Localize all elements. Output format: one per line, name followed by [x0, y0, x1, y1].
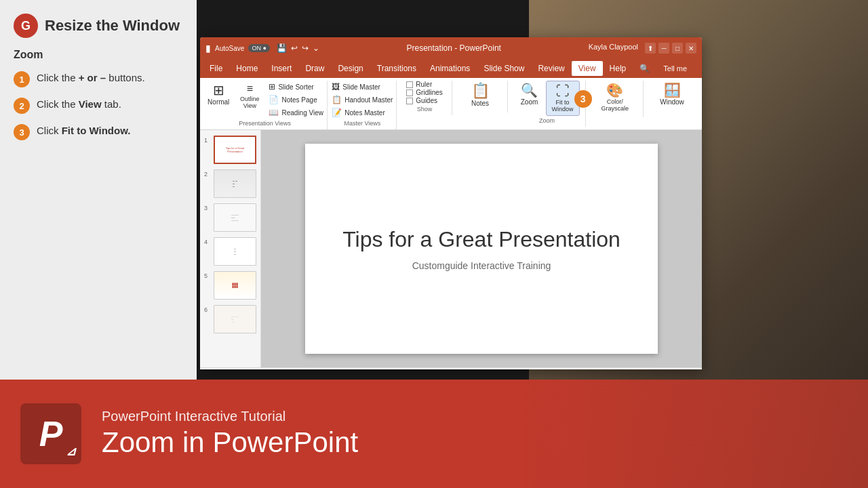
guides-row: Guides [406, 97, 442, 104]
autosave-toggle[interactable]: ON ● [248, 44, 269, 52]
menu-draw[interactable]: Draw [298, 61, 331, 76]
slide-img-4[interactable]: ▪▪▪▪▪▪▪▪▪ [214, 237, 256, 266]
gridlines-label: Gridlines [416, 89, 442, 96]
save-icon[interactable]: 💾 [277, 43, 287, 53]
ribbon-content: ⊞ Normal ≡ Outline View ⊞ Slide Sorter [200, 78, 702, 129]
color-icon: 🎨 [606, 83, 623, 97]
gridlines-checkbox[interactable] [406, 89, 413, 96]
close-button[interactable]: ✕ [686, 43, 696, 54]
slide-sorter-icon: ⊞ [269, 82, 275, 92]
footer-subtitle: PowerPoint Interactive Tutorial [102, 409, 358, 424]
zoom-button[interactable]: 🔍 Zoom [515, 81, 545, 108]
slide-thumb-2[interactable]: 2 ▪▪▪ ▪▪▪▪▪▪▪▪▪ [204, 169, 256, 198]
main-slide: Tips for a Great Presentation Customguid… [305, 144, 658, 354]
notes-group: 📋 Notes [454, 81, 508, 113]
handout-master-button[interactable]: 📋 Handout Master [329, 94, 395, 106]
tell-me-label[interactable]: Tell me [656, 62, 694, 75]
guides-checkbox[interactable] [406, 98, 413, 104]
show-title: Show [417, 106, 433, 113]
menu-help[interactable]: Help [603, 61, 633, 76]
notes-page-button[interactable]: 📄 Notes Page [266, 94, 326, 106]
slide-content-2: ▪▪▪ ▪▪▪▪▪▪▪▪▪ [231, 178, 239, 190]
outline-view-button[interactable]: ≡ Outline View [235, 81, 264, 112]
share-icon[interactable]: ⬆ [645, 43, 656, 54]
ruler-row: Ruler [406, 81, 442, 88]
maximize-button[interactable]: □ [672, 43, 683, 54]
show-small-group: Ruler Gridlines Guides [406, 81, 442, 104]
zoom-label: Zoom [521, 98, 538, 106]
slide-img-3[interactable]: ─────▪ ▪ ▪───── [214, 203, 256, 232]
outline-icon: ≡ [247, 83, 253, 94]
color-grayscale-button[interactable]: 🎨 Color/ Grayscale [593, 81, 637, 115]
search-icon[interactable]: 🔍 [633, 61, 656, 76]
logo-suffix: ⊿ [66, 444, 76, 459]
slide-master-button[interactable]: 🖼 Slide Master [329, 81, 395, 93]
window-controls: Kayla Claypool ⬆ ─ □ ✕ [589, 43, 696, 54]
logo-circle: G [14, 14, 38, 38]
slide-img-5[interactable]: █ █ ██ █ █ [214, 271, 256, 300]
tutorial-panel: G Resize the Window Zoom 1 Click the + o… [0, 0, 197, 380]
menu-transitions[interactable]: Transitions [370, 61, 423, 76]
slide-thumb-5[interactable]: 5 █ █ ██ █ █ [204, 271, 256, 300]
color-group: 🎨 Color/ Grayscale [587, 81, 644, 117]
show-items: Ruler Gridlines Guides [406, 81, 442, 104]
step-3-number: 3 [14, 124, 30, 140]
fit-label: Fit to Window [551, 99, 575, 113]
gridlines-row: Gridlines [406, 89, 442, 96]
slide-thumb-3[interactable]: 3 ─────▪ ▪ ▪───── [204, 203, 256, 232]
menu-review[interactable]: Review [531, 61, 571, 76]
notes-page-icon: 📄 [269, 95, 279, 104]
zoom-icon: 🔍 [521, 83, 538, 97]
menu-view[interactable]: View [572, 61, 603, 76]
menu-bar: File Home Insert Draw Design Transitions… [200, 59, 702, 78]
powerpoint-logo: P ⊿ [20, 403, 81, 464]
ruler-checkbox[interactable] [406, 81, 413, 88]
logo-text: P [39, 413, 63, 454]
menu-design[interactable]: Design [331, 61, 370, 76]
ribbon: ⊞ Normal ≡ Outline View ⊞ Slide Sorter [200, 78, 702, 130]
notes-master-icon: 📝 [332, 108, 342, 117]
ppt-window: ▮ AutoSave ON ● 💾 ↩ ↪ ⌄ Presentation - P… [200, 37, 702, 369]
slide-master-label: Slide Master [342, 83, 380, 91]
slide-num-4: 4 [204, 239, 211, 245]
customize-icon[interactable]: ⌄ [313, 43, 319, 53]
normal-view-button[interactable]: ⊞ Normal [203, 81, 233, 108]
user-name: Kayla Claypool [589, 43, 638, 54]
slide-thumb-4[interactable]: 4 ▪▪▪▪▪▪▪▪▪ [204, 237, 256, 266]
slide-thumb-6[interactable]: 6 ─────▪ ▪── [204, 305, 256, 333]
slide-img-1[interactable]: Tips for a GreatPresentation [214, 136, 256, 164]
autosave-label: AutoSave [215, 45, 244, 52]
presentation-views-title: Presentation Views [239, 120, 291, 127]
notes-button[interactable]: 📋 Notes [465, 81, 495, 110]
undo-icon[interactable]: ↩ [291, 43, 298, 53]
slide-sorter-button[interactable]: ⊞ Slide Sorter [266, 81, 326, 93]
notes-area[interactable]: Notes [200, 367, 702, 369]
slide-canvas: Tips for a Great Presentation Customguid… [261, 130, 702, 367]
minimize-button[interactable]: ─ [658, 43, 669, 54]
menu-animations[interactable]: Animations [423, 61, 477, 76]
slide-panel[interactable]: 1 Tips for a GreatPresentation 2 ▪▪▪ ▪▪▪… [200, 130, 261, 367]
slide-title: Tips for a Great Presentation [342, 227, 620, 252]
ruler-label: Ruler [416, 81, 432, 88]
menu-file[interactable]: File [203, 61, 229, 76]
slide-subtitle: Customguide Interactive Training [412, 260, 551, 271]
slide-num-1: 1 [204, 137, 211, 144]
menu-insert[interactable]: Insert [264, 61, 298, 76]
outline-label: Outline View [239, 96, 260, 109]
reading-view-button[interactable]: 📖 Reading View [266, 106, 326, 119]
menu-home[interactable]: Home [229, 61, 264, 76]
master-views-group: 🖼 Slide Master 📋 Handout Master 📝 Notes … [329, 81, 396, 129]
slide-img-2[interactable]: ▪▪▪ ▪▪▪▪▪▪▪▪▪ [214, 169, 256, 198]
slide-thumb-1[interactable]: 1 Tips for a GreatPresentation [204, 136, 256, 164]
slide-img-6[interactable]: ─────▪ ▪── [214, 305, 256, 333]
slide-num-5: 5 [204, 272, 211, 279]
notes-master-button[interactable]: 📝 Notes Master [329, 106, 395, 119]
step-3-text: Click Fit to Window. [37, 123, 130, 138]
title-bar: ▮ AutoSave ON ● 💾 ↩ ↪ ⌄ Presentation - P… [200, 37, 702, 59]
menu-slideshow[interactable]: Slide Show [477, 61, 531, 76]
step-1-text: Click the + or – buttons. [37, 70, 145, 85]
handout-master-label: Handout Master [344, 96, 393, 104]
window-button[interactable]: 🪟 Window [656, 81, 688, 108]
redo-icon[interactable]: ↪ [302, 43, 309, 53]
fit-icon: ⛶ [556, 84, 570, 98]
